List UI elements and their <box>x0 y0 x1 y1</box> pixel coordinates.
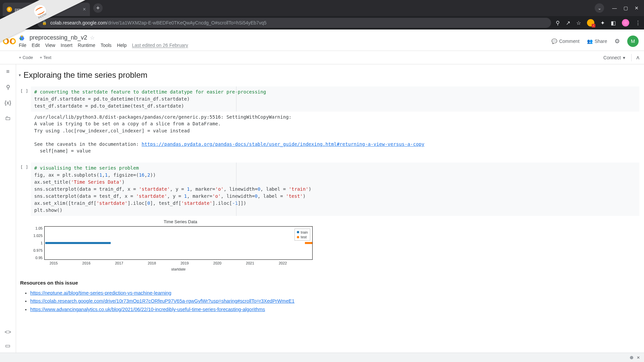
url-input[interactable]: 🔒 colab.research.google.com/drive/1a1WXM… <box>37 18 551 28</box>
chart-y-ticks: 1.05 1.025 1 0.975 0.95 <box>31 226 44 260</box>
menu-insert[interactable]: Insert <box>61 43 72 48</box>
files-icon[interactable]: 🗀 <box>5 115 11 122</box>
menu-help[interactable]: Help <box>117 43 127 48</box>
legend-marker-test <box>297 236 299 238</box>
add-text-button[interactable]: + Text <box>40 55 51 60</box>
chart-output: Time Series Data 1.05 1.025 1 0.975 0.95… <box>31 219 639 271</box>
section-title: Exploraing the time series problem <box>23 70 148 80</box>
chart-plot-area: train test <box>44 226 313 260</box>
colab-favicon <box>7 7 12 12</box>
insert-toolbar: + Code + Text Connect▾ ʌ <box>0 51 644 64</box>
series-train <box>45 242 111 244</box>
list-item: https://neptune.ai/blog/time-series-pred… <box>30 289 639 297</box>
chart-x-ticks: 2015 2016 2017 2018 2019 2020 2021 2022 <box>44 261 313 266</box>
chevron-down-icon: ▾ <box>623 55 625 60</box>
code-cell[interactable]: [ ] # visualising the time series proble… <box>19 163 639 271</box>
tray-icon[interactable] <box>630 356 633 359</box>
cell-output: /usr/local/lib/python3.8/dist-packages/p… <box>31 112 639 157</box>
close-window-icon[interactable]: ✕ <box>635 5 639 11</box>
variables-icon[interactable]: {x} <box>5 100 11 106</box>
legend-marker-train <box>297 231 299 233</box>
lock-icon: 🔒 <box>42 20 47 25</box>
collapse-header-button[interactable]: ʌ <box>636 54 639 61</box>
code-editor[interactable]: # visualising the time series problem fi… <box>31 163 639 216</box>
comment-button[interactable]: 💬Comment <box>551 39 580 44</box>
close-icon[interactable]: × <box>83 6 86 12</box>
extension-icon[interactable]: ! <box>587 19 594 26</box>
window-controls: — ▢ ✕ <box>612 5 639 11</box>
forward-icon[interactable]: → <box>15 19 21 26</box>
menu-edit[interactable]: Edit <box>32 43 40 48</box>
browser-tab[interactable]: prep…v2 - C × <box>3 3 90 16</box>
resource-link[interactable]: https://neptune.ai/blog/time-series-pred… <box>30 290 171 296</box>
last-edited-link[interactable]: Last edited on 26 February <box>132 43 188 48</box>
side-panel-icon[interactable]: ◧ <box>611 20 616 26</box>
profile-avatar-icon[interactable] <box>622 19 629 26</box>
kebab-menu-icon[interactable]: ⋮ <box>635 20 641 26</box>
tab-search-button[interactable]: ⌄ <box>595 3 604 13</box>
menu-bar: File Edit View Insert Runtime Tools Help… <box>19 43 551 48</box>
search-icon[interactable]: ⚲ <box>6 84 10 91</box>
menu-file[interactable]: File <box>19 43 26 48</box>
maximize-icon[interactable]: ▢ <box>624 5 628 11</box>
terminal-icon[interactable]: ▭ <box>5 342 10 349</box>
minimize-icon[interactable]: — <box>612 5 617 11</box>
chart-legend: train test <box>294 229 310 241</box>
gear-icon[interactable]: ⚙ <box>614 38 620 45</box>
url-host: colab.research.google.com <box>50 20 107 25</box>
menu-tools[interactable]: Tools <box>101 43 112 48</box>
docs-link[interactable]: https://pandas.pydata.org/pandas-docs/st… <box>142 141 424 147</box>
code-snippets-icon[interactable]: <> <box>5 329 11 336</box>
toc-icon[interactable]: ≡ <box>6 68 10 75</box>
browser-address-bar: ← → ⟳ 🔒 colab.research.google.com/drive/… <box>0 16 644 29</box>
resource-link[interactable]: https://www.advancinganalytics.co.uk/blo… <box>30 307 265 312</box>
tray-close-icon[interactable]: ✕ <box>637 355 640 360</box>
star-icon[interactable]: ☆ <box>90 35 95 41</box>
series-test <box>305 242 312 244</box>
colab-logo-icon[interactable] <box>2 34 17 49</box>
add-code-button[interactable]: + Code <box>19 55 33 60</box>
list-item: https://www.advancinganalytics.co.uk/blo… <box>30 305 639 314</box>
left-rail: ≡ ⚲ {x} 🗀 <> ▭ <box>0 64 16 353</box>
section-collapse-icon[interactable]: ▾ <box>19 73 21 77</box>
reload-icon[interactable]: ⟳ <box>28 19 33 26</box>
share-button[interactable]: 👥Share <box>587 39 607 44</box>
comment-icon: 💬 <box>551 39 557 44</box>
search-icon[interactable]: ⚲ <box>556 20 560 26</box>
resources-heading: Resources on this issue <box>20 280 639 286</box>
share-icon[interactable]: ↗ <box>566 20 570 26</box>
cell-prompt[interactable]: [ ] <box>19 86 31 94</box>
bookmark-icon[interactable]: ☆ <box>576 20 581 26</box>
code-cell[interactable]: [ ] # converting the startdate feature t… <box>19 86 639 157</box>
chart-x-label: startdate <box>44 267 313 271</box>
resources-list: https://neptune.ai/blog/time-series-pred… <box>30 289 639 314</box>
drive-icon <box>19 35 25 41</box>
code-editor[interactable]: # converting the startdate feature to da… <box>31 86 639 112</box>
new-tab-button[interactable]: + <box>93 3 103 13</box>
list-item: https://colab.research.google.com/drive/… <box>30 297 639 305</box>
people-icon: 👥 <box>587 39 593 44</box>
menu-runtime[interactable]: Runtime <box>78 43 95 48</box>
cell-prompt[interactable]: [ ] <box>19 163 31 170</box>
notebook-area[interactable]: ▾ Exploraing the time series problem [ ]… <box>16 64 644 353</box>
url-path: /drive/1a1WXM2ap-E-wBEDFe0TKeQwAyCncdg_O… <box>107 20 266 25</box>
tab-title: prep…v2 - C <box>15 7 80 12</box>
os-taskbar: ✕ <box>0 353 644 362</box>
resource-link[interactable]: https://colab.research.google.com/drive/… <box>30 298 294 304</box>
back-icon[interactable]: ← <box>3 19 9 26</box>
notebook-title[interactable]: preprocessing_nb_v2 <box>30 34 87 41</box>
colab-header: preprocessing_nb_v2 ☆ File Edit View Ins… <box>0 29 644 51</box>
browser-tab-strip: prep…v2 - C × + ⌄ — ▢ ✕ <box>0 0 644 16</box>
extensions-puzzle-icon[interactable]: ✦ <box>600 20 605 26</box>
divider <box>631 54 632 61</box>
chart-title: Time Series Data <box>43 219 318 224</box>
account-avatar[interactable]: M <box>627 36 639 47</box>
connect-button[interactable]: Connect▾ <box>603 55 625 60</box>
menu-view[interactable]: View <box>45 43 55 48</box>
